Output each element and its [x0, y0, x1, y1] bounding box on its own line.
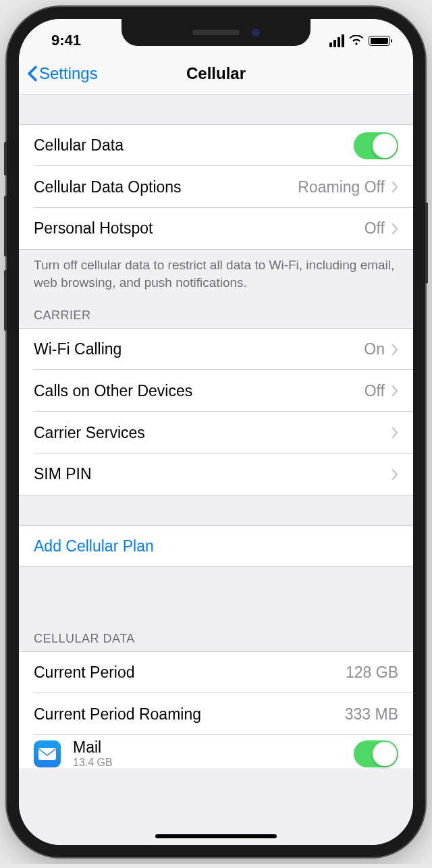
content-scroll[interactable]: Cellular Data Cellular Data Options Roam… [19, 94, 413, 845]
mail-app-icon [34, 740, 61, 767]
screen: 9:41 Settings Cellular Cellular Data [19, 19, 413, 845]
chevron-right-icon [392, 344, 398, 356]
home-indicator[interactable] [155, 834, 277, 838]
chevron-right-icon [392, 427, 398, 439]
cellular-options-label: Cellular Data Options [34, 178, 298, 196]
current-period-roaming-row: Current Period Roaming 333 MB [19, 693, 413, 735]
current-period-label: Current Period [34, 663, 346, 682]
app-usage: 13.4 GB [73, 757, 354, 769]
calls-other-devices-row[interactable]: Calls on Other Devices Off [19, 370, 413, 412]
current-period-row: Current Period 128 GB [19, 651, 413, 693]
phone-frame: 9:41 Settings Cellular Cellular Data [7, 7, 425, 857]
cellular-data-toggle[interactable] [354, 132, 398, 159]
app-name: Mail [73, 739, 354, 756]
sim-pin-row[interactable]: SIM PIN [19, 454, 413, 495]
app-mail-toggle[interactable] [354, 740, 398, 767]
back-label: Settings [39, 64, 98, 83]
carrier-header: CARRIER [19, 296, 413, 328]
roaming-label: Current Period Roaming [34, 705, 345, 724]
cellular-data-header: CELLULAR DATA [19, 620, 413, 651]
other-devices-detail: Off [364, 382, 385, 400]
status-time: 9:41 [51, 32, 81, 49]
add-plan-label: Add Cellular Plan [34, 537, 398, 555]
cellular-options-detail: Roaming Off [298, 178, 385, 196]
wifi-calling-row[interactable]: Wi-Fi Calling On [19, 328, 413, 370]
wifi-icon [349, 35, 364, 46]
roaming-value: 333 MB [345, 705, 398, 724]
svg-rect-0 [38, 748, 56, 760]
carrier-services-label: Carrier Services [34, 424, 392, 442]
wifi-calling-detail: On [364, 340, 385, 358]
chevron-right-icon [392, 468, 398, 481]
back-button[interactable]: Settings [27, 64, 98, 83]
cellular-signal-icon [329, 34, 344, 47]
hotspot-detail: Off [364, 219, 385, 238]
cellular-data-options-row[interactable]: Cellular Data Options Roaming Off [19, 166, 413, 208]
nav-bar: Settings Cellular [19, 53, 413, 94]
add-cellular-plan-row[interactable]: Add Cellular Plan [19, 525, 413, 567]
section-footer: Turn off cellular data to restrict all d… [19, 250, 413, 296]
current-period-value: 128 GB [346, 663, 398, 682]
battery-icon [369, 36, 390, 46]
sim-pin-label: SIM PIN [34, 465, 392, 483]
hotspot-label: Personal Hotspot [34, 219, 364, 238]
other-devices-label: Calls on Other Devices [34, 382, 364, 400]
personal-hotspot-row[interactable]: Personal Hotspot Off [19, 208, 413, 250]
wifi-calling-label: Wi-Fi Calling [34, 340, 364, 358]
carrier-services-row[interactable]: Carrier Services [19, 412, 413, 454]
chevron-right-icon [392, 223, 398, 235]
notch [122, 19, 310, 46]
chevron-right-icon [392, 181, 398, 193]
chevron-right-icon [392, 385, 398, 397]
cellular-data-row[interactable]: Cellular Data [19, 124, 413, 166]
cellular-data-label: Cellular Data [34, 136, 354, 155]
app-mail-row[interactable]: Mail 13.4 GB [19, 735, 413, 768]
